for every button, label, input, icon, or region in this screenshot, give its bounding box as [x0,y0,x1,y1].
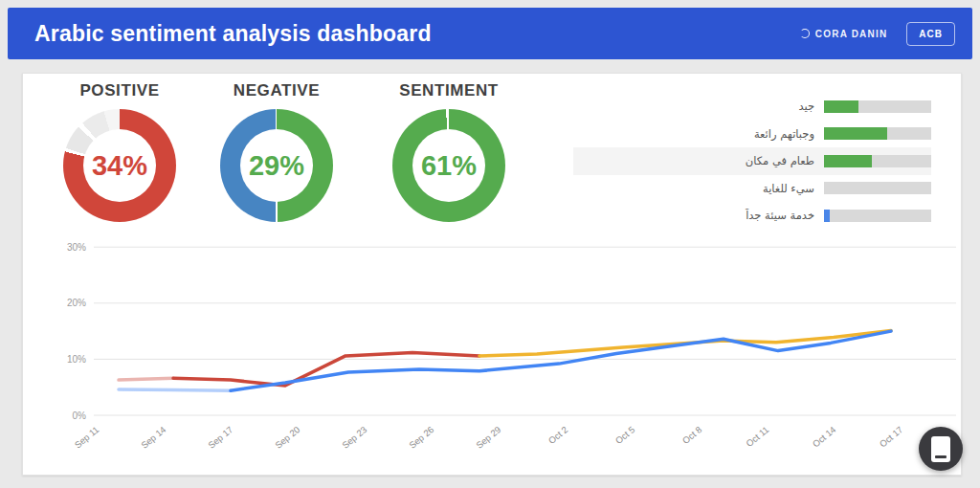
line-trend-red-faded [119,378,173,380]
x-tick-label: Sep 29 [474,424,502,451]
x-tick-label: Sep 17 [206,424,234,451]
x-tick-label: Sep 20 [273,424,301,451]
y-tick-label: 0% [73,410,87,421]
x-tick-label: Sep 11 [73,424,101,450]
header-actions: CORA DANIN ACB [800,22,955,46]
app-header: Arabic sentiment analysis dashboard CORA… [8,8,972,59]
refresh-icon [800,29,810,38]
chat-fab-button[interactable] [919,427,963,471]
x-tick-label: Sep 26 [407,424,435,451]
x-tick-label: Oct 2 [546,424,569,446]
header-action-label: CORA DANIN [815,29,888,39]
x-tick-label: Oct 17 [878,424,905,449]
x-tick-label: Sep 23 [340,424,368,451]
y-tick-label: 20% [67,298,86,308]
page-title: Arabic sentiment analysis dashboard [34,21,432,47]
language-button[interactable]: ACB [906,22,955,46]
x-tick-label: Sep 14 [139,424,167,451]
x-tick-label: Oct 11 [744,424,770,449]
x-tick-label: Oct 14 [811,424,838,449]
x-tick-label: Oct 5 [613,424,636,446]
x-tick-label: Oct 8 [680,424,703,446]
y-tick-label: 10% [67,354,86,365]
line-trend-blue-faded [119,389,231,390]
dashboard-card: POSITIVE34%NEGATIVE29%SENTIMENT61% جيدوج… [22,73,962,476]
header-action[interactable]: CORA DANIN [800,29,888,39]
sentiment-trend-chart: 0%10%20%30%Sep 11Sep 14Sep 17Sep 20Sep 2… [23,74,963,477]
phone-icon [931,436,950,462]
phone-home-bar [935,455,947,458]
y-tick-label: 30% [67,242,86,253]
